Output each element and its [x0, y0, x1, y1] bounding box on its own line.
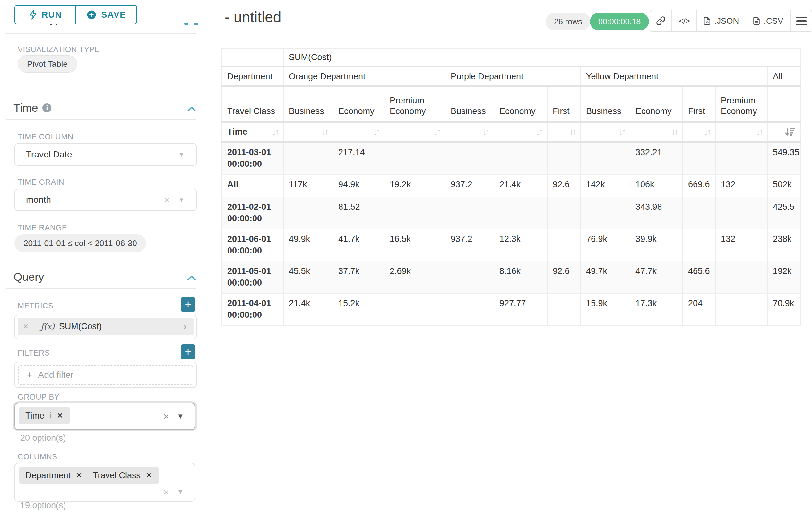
table-row: 2011-04-01 00:00:00 21.4k 15.2k 927.77 1… [222, 293, 801, 325]
filters-control: + Add filter [14, 362, 197, 388]
lightning-icon [29, 10, 37, 20]
column-sort-header[interactable]: ↓↑ [333, 122, 384, 142]
clear-icon[interactable]: × [163, 410, 169, 423]
more-options-button[interactable] [790, 10, 812, 31]
sort-icon[interactable]: ↓↑ [272, 127, 278, 137]
columns-select[interactable]: Department ✕ Travel Class ✕ × ▼ [14, 463, 196, 502]
value-cell [716, 293, 767, 325]
viz-type-pill[interactable]: Pivot Table [18, 55, 77, 73]
add-filter-plus-button[interactable]: + [181, 344, 196, 359]
value-cell: 132 [716, 174, 767, 197]
collapse-chevron-icon[interactable] [187, 106, 196, 112]
chart-title[interactable]: - untitled [225, 8, 281, 26]
sort-icon[interactable]: ↓↑ [756, 127, 762, 137]
plus-icon: + [26, 369, 32, 381]
clear-icon[interactable]: × [164, 194, 170, 206]
columns-chip[interactable]: Department ✕ [19, 467, 89, 484]
column-sort-header[interactable]: ↓↑ [581, 122, 630, 142]
row-label: 2011-02-01 00:00:00 [222, 197, 283, 229]
value-cell: 502k [767, 174, 801, 197]
time-column-label: TIME COLUMN [18, 132, 74, 141]
query-timer-badge: 00:00:00.18 [590, 13, 649, 30]
value-cell: 217.14 [333, 142, 384, 174]
collapse-chevron-icon[interactable] [187, 275, 196, 281]
value-cell: 21.4k [283, 293, 333, 325]
value-cell: 238k [767, 229, 801, 261]
value-cell: 16.5k [384, 229, 445, 261]
value-cell: 142k [581, 174, 630, 197]
chip-remove-icon[interactable]: ✕ [76, 471, 82, 480]
save-button[interactable]: SAVE [76, 6, 137, 24]
column-sort-header[interactable]: ↓↑ [683, 122, 716, 142]
column-sort-header[interactable]: ↓↑ [630, 122, 683, 142]
column-group-header: Purple Department [445, 66, 581, 86]
columns-label: COLUMNS [18, 452, 57, 461]
view-query-button[interactable]: </> [671, 10, 696, 31]
group-by-chip[interactable]: Time i ✕ [19, 407, 70, 424]
sort-icon[interactable]: ↓↑ [321, 127, 327, 137]
sort-icon[interactable]: ↓↑ [569, 127, 575, 137]
value-cell [547, 142, 581, 174]
sort-icon[interactable]: ↓↑ [434, 127, 440, 137]
sort-descending-icon[interactable] [784, 127, 795, 137]
column-sort-header[interactable]: ↓↑ [445, 122, 494, 142]
group-by-select[interactable]: Time i ✕ × ▼ [14, 403, 196, 430]
column-header: Economy [333, 86, 384, 122]
time-range-pill[interactable]: 2011-01-01 ≤ col < 2011-06-30 [14, 234, 146, 252]
sort-icon[interactable]: ↓↑ [483, 127, 489, 137]
sort-icon[interactable]: ↓↑ [671, 127, 677, 137]
column-header: Premium Economy [716, 86, 767, 122]
group-by-label: GROUP BY [18, 393, 59, 402]
time-dim-label: Time [227, 127, 248, 137]
query-actions-bar: RUN SAVE [0, 0, 209, 24]
column-sort-header[interactable]: ↓↑ [283, 122, 333, 142]
export-csv-button[interactable]: .CSV [745, 10, 790, 31]
caret-down-icon: ▼ [178, 151, 184, 158]
run-button[interactable]: RUN [15, 6, 76, 24]
sort-icon[interactable]: ↓↑ [704, 127, 710, 137]
column-sort-header-active[interactable] [767, 122, 801, 142]
table-row: 2011-03-01 00:00:00 217.14 332.21 549.35 [222, 142, 801, 174]
columns-chip[interactable]: Travel Class ✕ [86, 467, 158, 484]
caret-down-icon[interactable]: ▼ [177, 488, 184, 496]
info-icon: i [42, 104, 51, 112]
add-metric-button[interactable]: + [181, 297, 196, 312]
time-column-select[interactable]: Travel Date ▼ [14, 143, 197, 166]
time-sort-header[interactable]: Time ↓↑ [222, 122, 283, 142]
value-cell: 39.9k [630, 229, 683, 261]
sort-icon[interactable]: ↓↑ [618, 127, 625, 137]
clear-icon[interactable]: × [163, 486, 169, 498]
column-sort-header[interactable]: ↓↑ [384, 122, 445, 142]
remove-metric-icon[interactable]: × [18, 321, 34, 331]
value-cell: 425.5 [767, 197, 801, 229]
department-header-row: Department Orange Department Purple Depa… [222, 66, 801, 86]
chip-remove-icon[interactable]: ✕ [57, 411, 63, 420]
value-cell: 47.7k [630, 261, 683, 293]
value-cell [547, 229, 581, 261]
metric-chip[interactable]: × ƒ(x) SUM(Cost) › [18, 318, 194, 335]
sort-icon[interactable]: ↓↑ [373, 127, 379, 137]
chip-remove-icon[interactable]: ✕ [146, 471, 152, 480]
sort-icon[interactable]: ↓↑ [536, 127, 542, 137]
column-sort-header[interactable]: ↓↑ [494, 122, 547, 142]
value-cell: 19.2k [384, 174, 445, 197]
row-label: 2011-03-01 00:00:00 [222, 142, 283, 174]
column-sort-header[interactable]: ↓↑ [547, 122, 581, 142]
time-grain-select[interactable]: month × ▼ [14, 189, 197, 211]
time-section-header: Time i [13, 102, 51, 114]
column-sort-header[interactable]: ↓↑ [716, 122, 767, 142]
explore-screen: Chart Type RUN SAVE [0, 0, 812, 514]
value-cell [581, 197, 630, 229]
run-save-button-group: RUN SAVE [14, 5, 137, 24]
export-json-button[interactable]: </> .JSON [696, 10, 745, 31]
value-cell [683, 142, 716, 174]
caret-down-icon[interactable]: ▼ [177, 412, 184, 421]
value-cell: 15.9k [581, 293, 630, 325]
value-cell: 49.9k [283, 229, 333, 261]
clipped-icon [184, 23, 188, 25]
column-header: Economy [630, 86, 683, 122]
expand-metric-icon[interactable]: › [176, 318, 194, 335]
value-cell [384, 197, 445, 229]
share-link-button[interactable] [650, 10, 671, 31]
add-filter-button[interactable]: + Add filter [18, 365, 193, 384]
